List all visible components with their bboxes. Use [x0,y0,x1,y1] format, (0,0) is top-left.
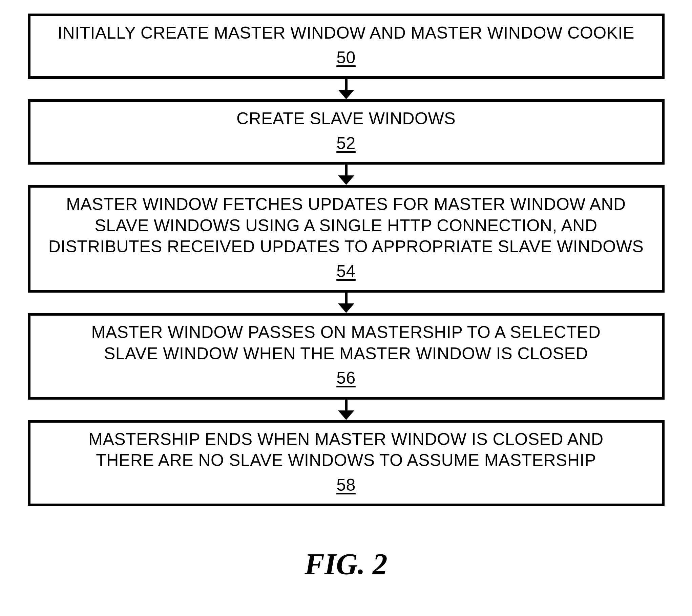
step-ref: 54 [336,261,356,282]
step-ref: 56 [336,367,356,389]
flow-step-56: MASTER WINDOW PASSES ON MASTERSHIP TO A … [28,313,665,400]
step-ref: 58 [336,474,356,496]
flow-step-50: INITIALLY CREATE MASTER WINDOW AND MASTE… [28,14,665,79]
step-text: CREATE SLAVE WINDOWS [236,108,456,129]
step-ref: 52 [336,133,356,154]
flow-step-52: CREATE SLAVE WINDOWS 52 [28,99,665,165]
flowchart: INITIALLY CREATE MASTER WINDOW AND MASTE… [20,14,672,506]
flow-step-58: MASTERSHIP ENDS WHEN MASTER WINDOW IS CL… [28,420,665,507]
figure-label: FIG. 2 [20,547,672,581]
arrow-down-icon [338,400,354,420]
step-text: MASTERSHIP ENDS WHEN MASTER WINDOW IS CL… [88,429,603,471]
arrow-down-icon [338,79,354,99]
arrow-down-icon [338,293,354,313]
step-ref: 50 [336,47,356,68]
step-text: MASTER WINDOW FETCHES UPDATES FOR MASTER… [48,194,644,257]
step-text: MASTER WINDOW PASSES ON MASTERSHIP TO A … [91,322,601,364]
flow-step-54: MASTER WINDOW FETCHES UPDATES FOR MASTER… [28,185,665,293]
diagram-canvas: INITIALLY CREATE MASTER WINDOW AND MASTE… [0,0,692,616]
arrow-down-icon [338,165,354,185]
step-text: INITIALLY CREATE MASTER WINDOW AND MASTE… [58,22,634,44]
